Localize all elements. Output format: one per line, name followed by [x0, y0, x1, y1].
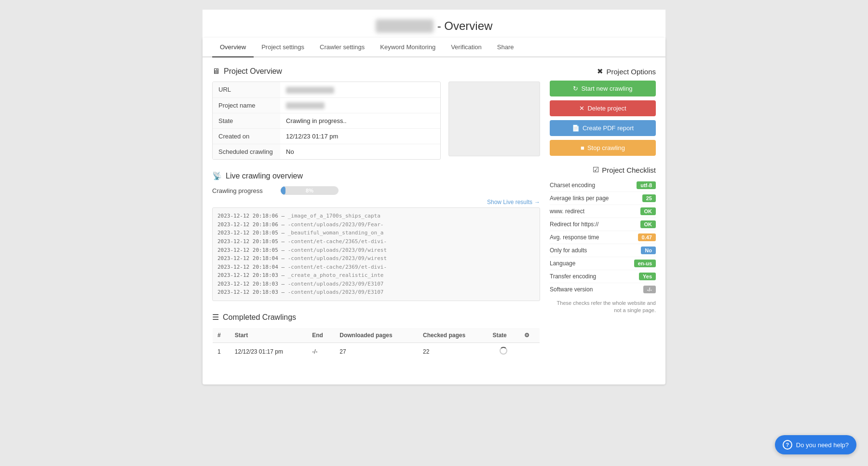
row-checked: 22 [418, 343, 488, 360]
project-overview-title: 🖥 Project Overview [212, 67, 540, 76]
checklist-row: Language en-us [550, 257, 656, 270]
table-row: URL [213, 82, 440, 97]
log-line: 2023-12-12 20:18:06 – _image_of_a_1700s_… [217, 212, 535, 220]
col-downloaded: Downloaded pages [335, 328, 418, 343]
tabs-bar: Overview Project settings Crawler settin… [203, 38, 665, 57]
start-new-crawling-button[interactable]: ↻ Start new crawling [550, 81, 656, 96]
row-num: 1 [213, 343, 230, 360]
main-container: Overview Project settings Crawler settin… [203, 38, 665, 384]
project-title-blurred [376, 19, 434, 33]
checklist-label: Transfer encoding [550, 273, 596, 280]
project-options-title: ✖ Project Options [550, 67, 656, 76]
col-start: Start [230, 328, 307, 343]
checklist-row: Transfer encoding Yes [550, 270, 656, 283]
tab-keyword-monitoring[interactable]: Keyword Monitoring [372, 38, 443, 57]
checklist-label: Only for adults [550, 247, 587, 254]
checklist-badge: OK [640, 220, 656, 228]
refresh-icon: ↻ [573, 85, 578, 92]
checklist-label: Average links per page [550, 195, 609, 202]
field-value-state: Crawling in progress.. [280, 113, 440, 129]
field-value-url [280, 82, 440, 97]
help-button[interactable]: ? Do you need help? [775, 435, 856, 454]
field-label-url: URL [213, 82, 280, 97]
checklist-icon: ☑ [593, 165, 599, 174]
checklist-row: Only for adults No [550, 244, 656, 257]
delete-project-button[interactable]: ✕ Delete project [550, 100, 656, 116]
col-actions: ⚙ [519, 328, 540, 343]
checklist-badge: -/- [643, 286, 656, 293]
live-crawling-title: 📡 Live crawling overview [212, 171, 540, 180]
table-row: State Crawling in progress.. [213, 113, 440, 129]
checklist-label: Avg. response time [550, 234, 599, 241]
checklist-row: Avg. response time 0.47 [550, 231, 656, 244]
monitor-icon: 🖥 [212, 67, 220, 76]
page-wrapper: - Overview Overview Project settings Cra… [0, 0, 868, 394]
checklist-badge: OK [640, 207, 656, 215]
field-label-scheduled: Scheduled crawling [213, 144, 280, 160]
field-label-state: State [213, 113, 280, 129]
completed-crawlings-title: ☰ Completed Crawlings [212, 313, 540, 322]
checklist-label: Redirect for https:// [550, 221, 598, 228]
tab-share[interactable]: Share [489, 38, 522, 57]
checklist-label: Software version [550, 286, 593, 293]
checklist-badge: 0.47 [638, 233, 656, 241]
crawling-progress-row: Crawling progress 8% [212, 186, 540, 195]
tab-verification[interactable]: Verification [443, 38, 489, 57]
completed-crawlings-section: ☰ Completed Crawlings # Start End Downlo… [212, 313, 540, 360]
log-line: 2023-12-12 20:18:04 – -content/et-cache/… [217, 263, 535, 272]
row-end: -/- [307, 343, 335, 360]
col-checked: Checked pages [418, 328, 488, 343]
checklist-label: Language [550, 260, 575, 267]
col-end: End [307, 328, 335, 343]
crawling-progress-label: Crawling progress [212, 187, 275, 194]
field-value-created: 12/12/23 01:17 pm [280, 129, 440, 144]
row-actions[interactable] [519, 343, 540, 360]
checklist-row: Redirect for https:// OK [550, 218, 656, 231]
progress-bar-fill [281, 186, 285, 195]
table-row: Scheduled crawling No [213, 144, 440, 160]
crawlings-table: # Start End Downloaded pages Checked pag… [212, 328, 540, 360]
help-button-label: Do you need help? [796, 441, 849, 449]
stop-crawling-button[interactable]: ■ Stop crawling [550, 140, 656, 156]
arrow-right-icon: → [534, 199, 540, 206]
tab-crawler-settings[interactable]: Crawler settings [312, 38, 372, 57]
table-row: 1 12/12/23 01:17 pm -/- 27 22 [213, 343, 540, 360]
row-start: 12/12/23 01:17 pm [230, 343, 307, 360]
show-live-results-link[interactable]: Show Live results → [212, 199, 540, 206]
tab-overview[interactable]: Overview [212, 38, 254, 57]
project-checklist-title: ☑ Project Checklist [550, 165, 656, 174]
project-screenshot [448, 82, 540, 156]
checklist-badge: Yes [639, 273, 656, 280]
antenna-icon: 📡 [212, 171, 222, 180]
checklist-row: Charset encoding utf-8 [550, 179, 656, 192]
field-value-project-name [280, 97, 440, 113]
checklist-label: www. redirect [550, 208, 584, 215]
live-crawling-section: 📡 Live crawling overview Crawling progre… [212, 171, 540, 301]
log-area: 2023-12-12 20:18:06 – _image_of_a_1700s_… [212, 207, 540, 301]
log-line: 2023-12-12 20:18:04 – -content/uploads/2… [217, 254, 535, 263]
log-line: 2023-12-12 20:18:05 – -content/uploads/2… [217, 246, 535, 255]
checklist-row: www. redirect OK [550, 205, 656, 218]
checklist-label: Charset encoding [550, 182, 595, 189]
tab-project-settings[interactable]: Project settings [254, 38, 312, 57]
checklist-items: Charset encoding utf-8 Average links per… [550, 179, 656, 296]
help-icon: ? [783, 440, 792, 450]
table-row: Project name [213, 97, 440, 113]
field-value-scheduled: No [280, 144, 440, 160]
checklist-badge: 25 [642, 194, 656, 202]
checklist-badge: en-us [634, 260, 656, 267]
row-state [488, 343, 519, 360]
checklist-badge: utf-8 [637, 181, 656, 189]
overview-section: URL Project name State Crawling in progr [212, 82, 540, 160]
progress-bar: 8% [281, 186, 339, 195]
col-state: State [488, 328, 519, 343]
page-title-suffix: - Overview [437, 19, 493, 33]
table-row: Created on 12/12/23 01:17 pm [213, 129, 440, 144]
create-pdf-button[interactable]: 📄 Create PDF report [550, 120, 656, 136]
pdf-icon: 📄 [572, 124, 580, 132]
checklist-note: These checks refer the whole website and… [550, 300, 656, 315]
log-line: 2023-12-12 20:18:03 – -content/uploads/2… [217, 288, 535, 297]
list-icon: ☰ [212, 313, 219, 322]
x-icon: ✕ [579, 105, 584, 112]
checklist-badge: No [641, 247, 656, 254]
